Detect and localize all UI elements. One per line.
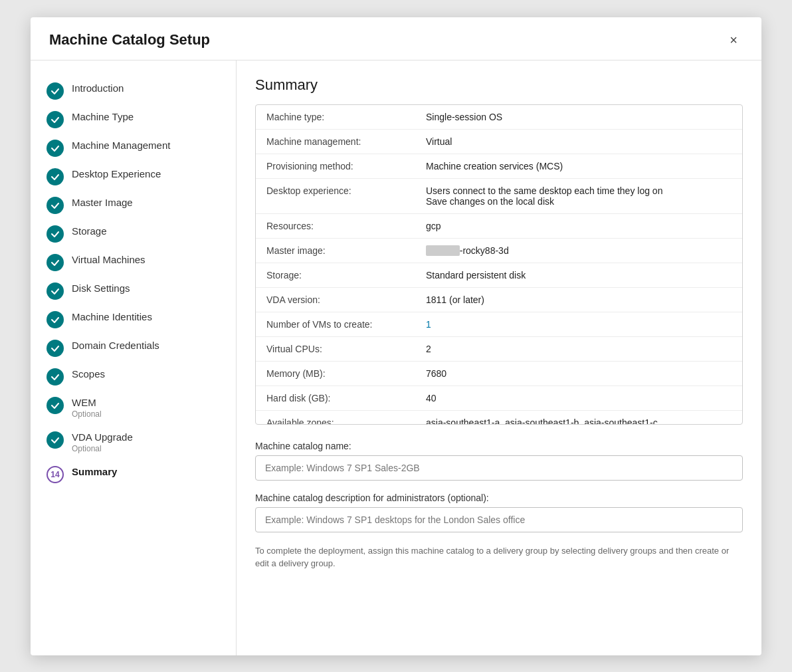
- sidebar-item-introduction[interactable]: Introduction: [31, 76, 236, 105]
- catalog-name-input[interactable]: [255, 455, 743, 481]
- check-icon: [47, 225, 64, 243]
- summary-key: Number of VMs to create:: [266, 319, 426, 330]
- summary-key: Resources:: [266, 221, 426, 231]
- sidebar-item-virtual-machines[interactable]: Virtual Machines: [31, 248, 236, 277]
- summary-key: Available zones:: [266, 417, 426, 424]
- step-label: Machine Type: [72, 110, 134, 124]
- table-row: Machine management:Virtual: [256, 130, 742, 154]
- sidebar-item-machine-type[interactable]: Machine Type: [31, 105, 236, 134]
- step-label: WEMOptional: [72, 396, 102, 420]
- step-label: Introduction: [72, 82, 124, 95]
- dialog-title: Machine Catalog Setup: [49, 31, 210, 49]
- sidebar-item-desktop-experience[interactable]: Desktop Experience: [31, 162, 236, 191]
- summary-table: Machine type:Single-session OSMachine ma…: [255, 104, 743, 425]
- table-row: Memory (MB):7680: [256, 362, 742, 386]
- sidebar-item-machine-management[interactable]: Machine Management: [31, 134, 236, 162]
- check-icon: [47, 82, 64, 100]
- check-icon: [47, 397, 64, 414]
- summary-value: Standard persistent disk: [426, 270, 732, 280]
- step-label: Machine Identities: [72, 310, 152, 324]
- check-icon: [47, 431, 64, 449]
- summary-value: Single-session OS: [426, 112, 732, 122]
- summary-value: gcp: [426, 221, 732, 231]
- check-icon: [47, 282, 64, 300]
- summary-key: VDA version:: [266, 294, 426, 305]
- table-row: Machine type:Single-session OS: [256, 105, 742, 130]
- summary-value: 2: [426, 344, 732, 354]
- close-button[interactable]: ×: [724, 31, 743, 49]
- summary-value: 1: [426, 319, 732, 330]
- step-sublabel: Optional: [72, 444, 133, 455]
- sidebar-item-machine-identities[interactable]: Machine Identities: [31, 305, 236, 334]
- help-text: To complete the deployment, assign this …: [255, 544, 743, 570]
- sidebar-item-wem[interactable]: WEMOptional: [31, 391, 236, 425]
- step-label: Storage: [72, 225, 107, 238]
- step-label: Desktop Experience: [72, 168, 161, 181]
- summary-value: Machine creation services (MCS): [426, 161, 732, 171]
- check-icon: [47, 311, 64, 328]
- summary-value: ■■■■■■-rocky88-3d: [426, 245, 732, 256]
- sidebar-item-disk-settings[interactable]: Disk Settings: [31, 277, 236, 305]
- summary-value: 1811 (or later): [426, 294, 732, 305]
- dialog-body: Introduction Machine Type Machine Manage…: [31, 60, 761, 655]
- summary-key: Hard disk (GB):: [266, 393, 426, 403]
- summary-key: Machine management:: [266, 136, 426, 147]
- check-icon: [47, 340, 64, 357]
- table-row: Desktop experience:Users connect to the …: [256, 179, 742, 214]
- summary-value: Users connect to the same desktop each t…: [426, 185, 732, 207]
- step-label: Summary: [72, 465, 117, 479]
- sidebar: Introduction Machine Type Machine Manage…: [31, 60, 237, 655]
- sidebar-item-storage[interactable]: Storage: [31, 219, 236, 248]
- check-icon: [47, 111, 64, 128]
- catalog-desc-label: Machine catalog description for administ…: [255, 493, 743, 503]
- summary-value: Virtual: [426, 136, 732, 147]
- catalog-desc-group: Machine catalog description for administ…: [255, 493, 743, 532]
- summary-key: Master image:: [266, 245, 426, 256]
- summary-scroll-area[interactable]: Machine type:Single-session OSMachine ma…: [256, 105, 742, 424]
- step-label: Disk Settings: [72, 282, 130, 295]
- check-icon: [47, 140, 64, 157]
- check-icon: [47, 254, 64, 271]
- step-label: Scopes: [72, 368, 105, 381]
- summary-key: Virtual CPUs:: [266, 344, 426, 354]
- table-row: Provisioning method:Machine creation ser…: [256, 154, 742, 179]
- sidebar-item-scopes[interactable]: Scopes: [31, 362, 236, 391]
- table-row: Storage:Standard persistent disk: [256, 263, 742, 288]
- table-row: Resources:gcp: [256, 214, 742, 239]
- step-label: Machine Management: [72, 139, 170, 152]
- step-label: VDA UpgradeOptional: [72, 431, 133, 455]
- summary-key: Storage:: [266, 270, 426, 280]
- catalog-name-group: Machine catalog name:: [255, 441, 743, 481]
- main-content: Summary Machine type:Single-session OSMa…: [237, 60, 761, 655]
- step-sublabel: Optional: [72, 409, 102, 420]
- summary-value: asia-southeast1-a, asia-southeast1-b, as…: [426, 417, 732, 424]
- catalog-name-label: Machine catalog name:: [255, 441, 743, 451]
- summary-value: 7680: [426, 368, 732, 379]
- machine-catalog-dialog: Machine Catalog Setup × Introduction Mac…: [31, 17, 761, 655]
- table-row: Virtual CPUs:2: [256, 337, 742, 362]
- step-number-icon: 14: [47, 466, 64, 483]
- check-icon: [47, 168, 64, 185]
- step-label: Master Image: [72, 196, 133, 209]
- sidebar-item-domain-credentials[interactable]: Domain Credentials: [31, 334, 236, 362]
- summary-key: Machine type:: [266, 112, 426, 122]
- step-label: Domain Credentials: [72, 339, 159, 352]
- section-title: Summary: [255, 76, 743, 94]
- check-icon: [47, 197, 64, 214]
- summary-key: Provisioning method:: [266, 161, 426, 171]
- catalog-desc-input[interactable]: [255, 507, 743, 532]
- summary-value: 40: [426, 393, 732, 403]
- table-row: Hard disk (GB):40: [256, 386, 742, 411]
- table-row: Master image:■■■■■■-rocky88-3d: [256, 239, 742, 263]
- step-label: Virtual Machines: [72, 253, 146, 267]
- table-row: Available zones:asia-southeast1-a, asia-…: [256, 411, 742, 424]
- dialog-header: Machine Catalog Setup ×: [31, 17, 761, 60]
- check-icon: [47, 368, 64, 386]
- summary-key: Desktop experience:: [266, 185, 426, 207]
- sidebar-item-vda-upgrade[interactable]: VDA UpgradeOptional: [31, 425, 236, 460]
- sidebar-item-master-image[interactable]: Master Image: [31, 191, 236, 219]
- sidebar-item-summary[interactable]: 14Summary: [31, 460, 236, 489]
- table-row: VDA version:1811 (or later): [256, 288, 742, 312]
- summary-key: Memory (MB):: [266, 368, 426, 379]
- table-row: Number of VMs to create:1: [256, 312, 742, 337]
